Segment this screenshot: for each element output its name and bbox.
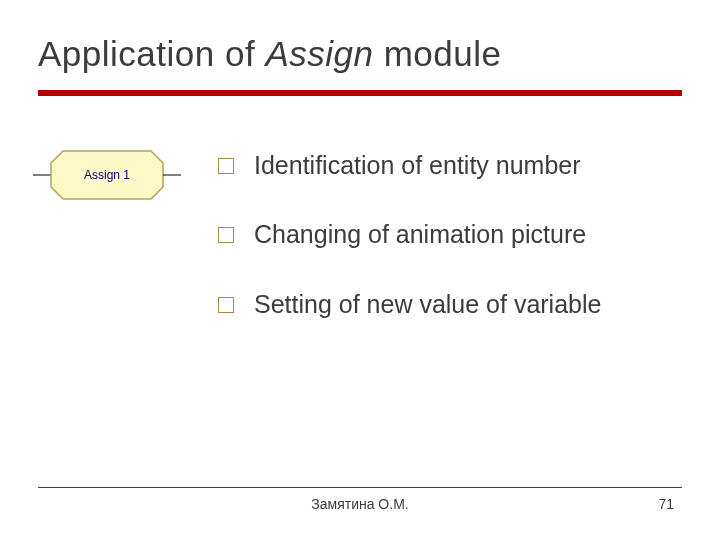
slide: Application of Assign module Assign 1 Id… (0, 0, 720, 540)
bullet-text: Identification of entity number (254, 150, 674, 181)
footer-divider (38, 487, 682, 488)
page-number: 71 (658, 496, 674, 512)
title-suffix: module (373, 34, 501, 73)
list-item: Setting of new value of variable (218, 289, 678, 320)
square-bullet-icon (218, 297, 234, 313)
list-item: Changing of animation picture (218, 219, 678, 250)
assign-module-label: Assign 1 (33, 145, 181, 205)
bullet-list: Identification of entity number Changing… (218, 150, 678, 358)
title-prefix: Application of (38, 34, 265, 73)
bullet-text: Setting of new value of variable (254, 289, 674, 320)
footer-author: Замятина О.М. (0, 496, 720, 512)
assign-module-icon: Assign 1 (33, 145, 181, 205)
square-bullet-icon (218, 158, 234, 174)
list-item: Identification of entity number (218, 150, 678, 181)
title-italic: Assign (265, 34, 373, 73)
square-bullet-icon (218, 227, 234, 243)
slide-title: Application of Assign module (38, 34, 501, 74)
title-underline (38, 90, 682, 96)
bullet-text: Changing of animation picture (254, 219, 674, 250)
